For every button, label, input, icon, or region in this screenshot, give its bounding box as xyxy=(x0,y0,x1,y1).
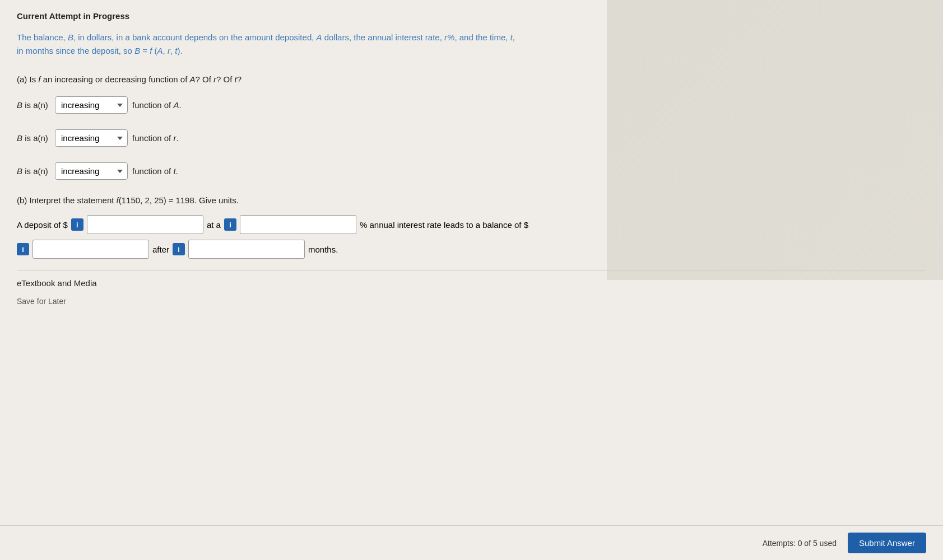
after-text: after xyxy=(152,245,169,254)
problem-statement: The balance, B, in dollars, in a bank ac… xyxy=(17,31,521,58)
part-a-label: (a) Is f an increasing or decreasing fun… xyxy=(17,74,926,84)
months-input[interactable] xyxy=(188,240,305,259)
b-is-an-label-t: B xyxy=(17,166,22,176)
info-btn-1[interactable]: i xyxy=(71,218,83,231)
deposit-amount-input[interactable] xyxy=(87,215,203,234)
save-for-later-button[interactable]: Save for Later xyxy=(17,297,66,306)
submit-answer-button[interactable]: Submit Answer xyxy=(848,533,926,553)
dropdown-t[interactable]: increasing decreasing xyxy=(55,162,128,180)
is-an-text-A: is a(n) xyxy=(22,100,50,110)
info-btn-2[interactable]: i xyxy=(224,218,236,231)
info-btn-4[interactable]: i xyxy=(173,243,185,255)
months-text: months. xyxy=(308,245,338,254)
row-function-r: B is a(n) increasing decreasing function… xyxy=(17,129,926,147)
is-an-text-t: is a(n) xyxy=(22,166,50,176)
part-b-row1: A deposit of $ i at a i % annual interes… xyxy=(17,215,926,234)
bottom-bar: Attempts: 0 of 5 used Submit Answer xyxy=(0,525,943,560)
part-b-row2: i after i months. xyxy=(17,240,926,259)
row-function-t: B is a(n) increasing decreasing function… xyxy=(17,162,926,180)
current-attempt-label: Current Attempt in Progress xyxy=(17,11,926,21)
info-btn-3[interactable]: i xyxy=(17,243,29,255)
at-a-text: at a xyxy=(207,220,221,230)
b-is-an-label-r: B xyxy=(17,133,22,143)
deposit-prefix: A deposit of $ xyxy=(17,220,68,230)
etextbook-section: eTextbook and Media xyxy=(17,270,926,288)
b-is-an-label-A: B xyxy=(17,100,22,110)
problem-text-1: The balance, B, in dollars, in a bank ac… xyxy=(17,32,515,42)
function-of-text-t: function of t. xyxy=(132,166,178,176)
interest-rate-input[interactable] xyxy=(240,215,356,234)
pct-suffix: % annual interest rate leads to a balanc… xyxy=(360,220,528,230)
problem-text-2: in months since the deposit, so B = f (A… xyxy=(17,46,183,55)
function-of-text-r: function of r. xyxy=(132,133,179,143)
dropdown-r[interactable]: increasing decreasing xyxy=(55,129,128,147)
function-of-text-A: function of A. xyxy=(132,100,182,110)
row-function-A: B is a(n) increasing decreasing function… xyxy=(17,96,926,114)
is-an-text-r: is a(n) xyxy=(22,133,50,143)
part-b-label: (b) Interpret the statement f(1150, 2, 2… xyxy=(17,195,926,205)
etextbook-link[interactable]: eTextbook and Media xyxy=(17,278,97,288)
dropdown-A[interactable]: increasing decreasing xyxy=(55,96,128,114)
balance-input[interactable] xyxy=(32,240,149,259)
attempts-text: Attempts: 0 of 5 used xyxy=(763,539,837,548)
